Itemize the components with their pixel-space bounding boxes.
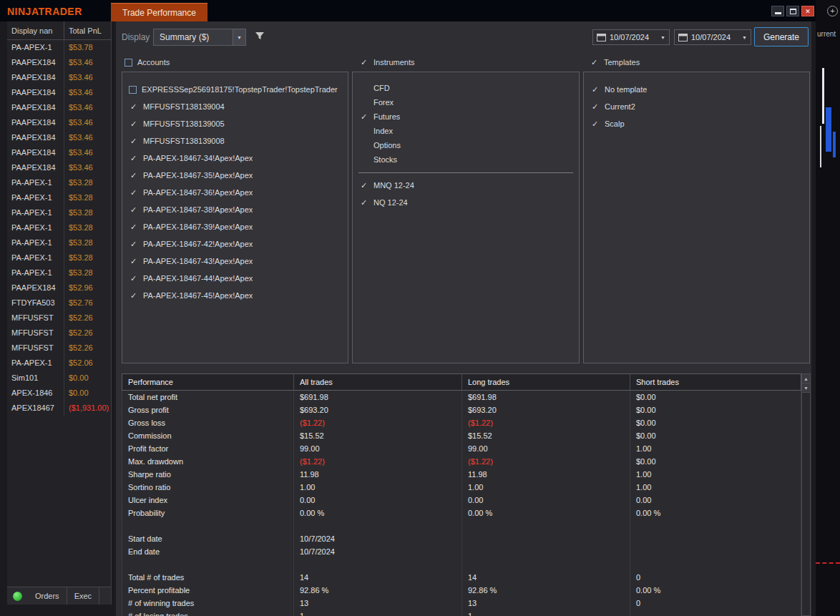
checklist-item[interactable]: Forex — [353, 95, 579, 109]
checklist-item[interactable]: ✓MNQ 12-24 — [353, 177, 579, 194]
sidebar-row[interactable]: PA-APEX-1$53.28 — [7, 250, 111, 265]
column-header-performance[interactable]: Performance — [122, 374, 294, 390]
metric-value — [630, 610, 801, 616]
filter-icon[interactable] — [255, 31, 265, 42]
checklist-item[interactable]: Index — [353, 124, 579, 138]
checklist-item[interactable]: ✓Scalp — [584, 115, 809, 132]
calendar-icon — [678, 33, 688, 41]
sidebar-row[interactable]: PA-APEX-1$53.28 — [7, 190, 111, 205]
performance-row — [122, 519, 801, 532]
checklist-item[interactable]: ✓PA-APEX-18467-42!Apex!Apex — [122, 235, 348, 253]
checklist-item[interactable]: CFD — [353, 81, 579, 95]
check-icon: ✓ — [129, 102, 138, 112]
tab-executions[interactable]: Exec — [67, 587, 99, 605]
sidebar-row[interactable]: APEX18467($1,931.00) — [7, 401, 111, 416]
column-header-total-pnl[interactable]: Total PnL — [64, 26, 102, 35]
sidebar-row[interactable]: Sim101$0.00 — [7, 371, 111, 386]
sidebar-row[interactable]: PA-APEX-1$53.28 — [7, 175, 111, 190]
sidebar-row[interactable]: FTDYFA503$52.76 — [7, 295, 111, 311]
templates-header-checkbox[interactable]: ✓ — [590, 58, 599, 67]
metric-label: Sharpe ratio — [122, 468, 294, 481]
checklist-item[interactable]: ✓PA-APEX-18467-35!Apex!Apex — [122, 167, 348, 184]
sidebar-row[interactable]: PAAPEX184$53.46 — [7, 70, 111, 85]
metric-value: 1.00 — [462, 481, 630, 494]
sidebar-row[interactable]: PAAPEX184$53.46 — [7, 160, 111, 175]
performance-row: Total net profit$691.98$691.98$0.00 — [122, 391, 801, 404]
display-mode-select[interactable]: Summary ($) ▼ — [153, 29, 246, 46]
checklist-item[interactable]: ✓No template — [584, 81, 809, 98]
column-header-display-name[interactable]: Display nan — [7, 21, 64, 39]
display-name-cell: PAAPEX184 — [7, 115, 64, 130]
scroll-down-arrow[interactable]: ▼ — [802, 383, 810, 393]
sidebar-row[interactable]: PAAPEX184$53.46 — [7, 100, 111, 115]
checklist-item-label: PA-APEX-18467-45!Apex!Apex — [143, 291, 253, 300]
checklist-item[interactable]: ✓PA-APEX-18467-38!Apex!Apex — [122, 201, 348, 218]
tab-orders[interactable]: Orders — [28, 587, 67, 605]
scroll-up-arrow[interactable]: ▲ — [802, 374, 810, 383]
metric-label: # of winning trades — [122, 597, 294, 610]
instruments-header-checkbox[interactable]: ✓ — [359, 58, 368, 67]
sidebar-row[interactable]: PA-APEX-1$53.28 — [7, 235, 111, 250]
checklist-item[interactable]: ✓Current2 — [584, 98, 809, 115]
date-from-value: 10/07/2024 — [610, 33, 649, 41]
performance-scrollbar[interactable]: ▲ ▼ — [801, 373, 811, 616]
background-chart-bar — [826, 107, 831, 152]
checklist-item[interactable]: ✓PA-APEX-18467-43!Apex!Apex — [122, 253, 348, 270]
close-button[interactable]: ✕ — [801, 6, 814, 16]
checklist-item-label: PA-APEX-18467-36!Apex!Apex — [143, 188, 253, 197]
date-from-picker[interactable]: 10/07/2024 ▼ — [592, 29, 670, 45]
checklist-item[interactable]: Options — [353, 138, 579, 152]
sidebar-row[interactable]: PAAPEX184$53.46 — [7, 130, 111, 145]
checklist-item[interactable]: ✓PA-APEX-18467-39!Apex!Apex — [122, 218, 348, 235]
checklist-item[interactable]: ✓PA-APEX-18467-36!Apex!Apex — [122, 184, 348, 201]
checklist-item[interactable]: ✓PA-APEX-18467-34!Apex!Apex — [122, 150, 348, 167]
checklist-item[interactable]: ✓MFFUSFST138139005 — [122, 115, 348, 132]
metric-value: 1 — [294, 610, 462, 616]
sidebar-row[interactable]: PA-APEX-1$52.06 — [7, 356, 111, 371]
column-header-long-trades[interactable]: Long trades — [462, 374, 630, 390]
checklist-item-label: MFFUSFST138139008 — [143, 137, 225, 145]
tab-trade-performance[interactable]: Trade Performance — [111, 3, 207, 21]
check-icon: ✓ — [359, 198, 368, 207]
sidebar-row[interactable]: PAAPEX184$52.96 — [7, 280, 111, 295]
checklist-item[interactable]: EXPRESSSep256918175!TopstepTrader!Topste… — [122, 81, 348, 98]
maximize-button[interactable] — [786, 6, 799, 16]
checklist-item[interactable]: ✓MFFUSFST138139008 — [122, 132, 348, 150]
sidebar-row[interactable]: PAAPEX184$53.46 — [7, 85, 111, 100]
accounts-header-checkbox[interactable] — [124, 59, 132, 67]
sidebar-row[interactable]: PAAPEX184$53.46 — [7, 55, 111, 70]
accounts-header[interactable]: Accounts — [124, 57, 170, 68]
checklist-item[interactable]: ✓NQ 12-24 — [353, 194, 579, 211]
date-to-picker[interactable]: 10/07/2024 ▼ — [674, 29, 751, 45]
background-zoom-icon: + — [827, 6, 838, 16]
sidebar-row[interactable]: PAAPEX184$53.46 — [7, 145, 111, 160]
checklist-item[interactable]: ✓PA-APEX-18467-45!Apex!Apex — [122, 287, 348, 304]
metric-label: Ulcer index — [122, 494, 294, 507]
sidebar-row[interactable]: APEX-1846$0.00 — [7, 386, 111, 401]
check-icon — [129, 86, 137, 94]
column-header-all-trades[interactable]: All trades — [294, 374, 462, 390]
sidebar-row[interactable]: PAAPEX184$53.46 — [7, 115, 111, 130]
checklist-item[interactable]: ✓PA-APEX-18467-44!Apex!Apex — [122, 270, 348, 287]
sidebar-row[interactable]: MFFUSFST$52.26 — [7, 311, 111, 326]
checklist-item[interactable]: Stocks — [353, 152, 579, 167]
metric-value: ($1.22) — [462, 416, 630, 429]
sidebar-row[interactable]: PA-APEX-1$53.28 — [7, 205, 111, 220]
column-header-short-trades[interactable]: Short trades — [630, 374, 801, 390]
checklist-item[interactable]: ✓MFFUSFST138139004 — [122, 98, 348, 115]
display-name-cell: PAAPEX184 — [7, 130, 64, 145]
total-pnl-cell: $0.00 — [64, 386, 89, 401]
sidebar-row[interactable]: MFFUSFST$52.26 — [7, 326, 111, 341]
sidebar-row[interactable]: PA-APEX-1$53.28 — [7, 220, 111, 235]
instruments-header[interactable]: ✓ Instruments — [359, 57, 414, 68]
sidebar-row[interactable]: PA-APEX-1$53.28 — [7, 265, 111, 280]
sidebar-row[interactable]: PA-APEX-1$53.78 — [7, 40, 111, 55]
minimize-button[interactable] — [771, 6, 784, 16]
checklist-item-label: PA-APEX-18467-44!Apex!Apex — [143, 274, 253, 283]
templates-header[interactable]: ✓ Templates — [590, 57, 640, 68]
performance-row: Ulcer index0.000.000.00 — [122, 494, 801, 507]
checklist-item[interactable]: ✓Futures — [353, 109, 579, 124]
minimize-icon — [775, 12, 781, 14]
sidebar-row[interactable]: MFFUSFST$52.26 — [7, 341, 111, 356]
generate-button[interactable]: Generate — [754, 27, 809, 47]
